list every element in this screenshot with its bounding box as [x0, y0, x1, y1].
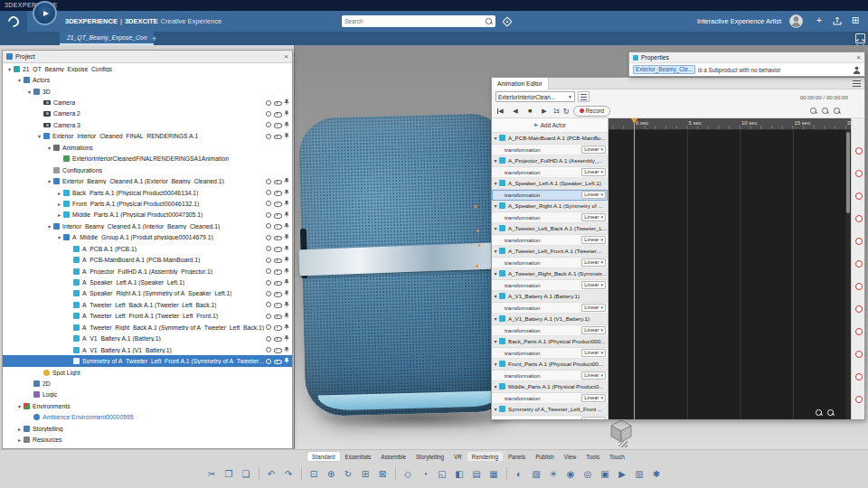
- animation-editor-tab[interactable]: Animation Editor: [492, 78, 549, 89]
- transformation-row[interactable]: transformationLinear▾: [492, 303, 608, 314]
- close-icon[interactable]: ×: [856, 54, 861, 61]
- tree-item[interactable]: Camera: [3, 97, 292, 108]
- timeline[interactable]: 0 sec5 sec10 sec15 sec20 sec: [609, 118, 851, 419]
- pin-icon[interactable]: [284, 347, 289, 353]
- zoom-fit-icon[interactable]: [809, 107, 817, 115]
- tree-item[interactable]: Spot Light: [3, 367, 292, 378]
- visibility-icon[interactable]: [274, 257, 281, 263]
- tree-item[interactable]: 2D: [3, 378, 292, 389]
- update-icon[interactable]: [266, 235, 271, 240]
- update-icon[interactable]: [266, 359, 271, 364]
- expand-arrow[interactable]: ▾: [492, 338, 499, 344]
- visibility-icon[interactable]: [274, 358, 281, 364]
- pin-icon[interactable]: [284, 257, 289, 263]
- update-icon[interactable]: [266, 324, 271, 330]
- update-icon[interactable]: [266, 223, 271, 229]
- pin-icon[interactable]: [284, 223, 289, 230]
- tree-item[interactable]: ▾21_QT_Beamy_Expose_Configs: [3, 63, 292, 74]
- transformation-row[interactable]: transformationLinear▾: [492, 371, 608, 382]
- tree-item[interactable]: ▸Front_Parts A.1 (Physical Product000461…: [3, 198, 292, 209]
- expand-arrow[interactable]: ▾: [15, 403, 24, 409]
- zoom-in-icon[interactable]: [821, 107, 829, 115]
- record-toggle-icon[interactable]: [855, 373, 863, 380]
- step-back-button[interactable]: ◀: [510, 106, 521, 117]
- tab-standard[interactable]: Standard: [307, 452, 340, 461]
- copy-icon[interactable]: ❐: [222, 465, 237, 482]
- update-icon[interactable]: [266, 122, 271, 127]
- expand-arrow[interactable]: ▸: [55, 190, 63, 196]
- material-icon[interactable]: ◐: [512, 465, 527, 482]
- interpolation-select[interactable]: Linear▾: [581, 145, 606, 155]
- clip-select[interactable]: ExteriorInteriorClean... ▼: [495, 91, 575, 102]
- tree-item[interactable]: A_V1_Battery A.1 (V1_Battery.1): [3, 344, 292, 355]
- pin-icon[interactable]: [284, 246, 289, 252]
- actor-row[interactable]: ▾A_V1_Battery A.1 (Battery.1): [492, 291, 608, 303]
- pin-icon[interactable]: [284, 302, 289, 308]
- interpolation-select[interactable]: Linear▾: [581, 349, 606, 358]
- pin-icon[interactable]: [284, 178, 289, 184]
- translate-icon[interactable]: ◇: [401, 465, 416, 482]
- interpolation-select[interactable]: Linear▾: [581, 417, 606, 420]
- expand-arrow[interactable]: ▾: [45, 145, 53, 151]
- visibility-icon[interactable]: [274, 178, 281, 184]
- transformation-row[interactable]: transformationLinear▾: [492, 416, 608, 420]
- transformation-row[interactable]: transformationLinear▾: [492, 348, 608, 360]
- zoom-out-icon[interactable]: [833, 107, 841, 115]
- animation-icon[interactable]: ▶: [615, 465, 630, 482]
- expand-arrow[interactable]: ▸: [15, 436, 24, 443]
- panel-menu-icon[interactable]: [853, 80, 861, 87]
- expand-arrow[interactable]: ▾: [492, 383, 499, 389]
- update-icon[interactable]: [266, 280, 271, 286]
- visibility-icon[interactable]: [274, 201, 281, 207]
- visibility-icon[interactable]: [274, 347, 281, 353]
- tree-item[interactable]: A_PCB-MainBoard A.1 (PCB-MainBoard.1): [3, 254, 292, 265]
- render-icon[interactable]: ▣: [598, 465, 613, 482]
- rotate-icon[interactable]: ◔: [418, 465, 433, 482]
- expand-arrow[interactable]: ▾: [5, 66, 14, 72]
- visibility-icon[interactable]: [274, 324, 281, 331]
- update-icon[interactable]: [266, 302, 271, 307]
- tree-item[interactable]: Camera 2: [3, 108, 292, 119]
- actor-row[interactable]: ▾A_Speaker_Left A.1 (Speaker_Left.1): [492, 178, 608, 190]
- tree-item[interactable]: ▾Exterior_Beamy_Cleaned A.1 (Exterior_Be…: [3, 175, 292, 186]
- avatar[interactable]: [789, 14, 803, 28]
- interpolation-select[interactable]: Linear▾: [581, 326, 606, 335]
- record-toggle-icon[interactable]: [855, 260, 863, 267]
- tree-item[interactable]: Camera 3: [3, 119, 292, 130]
- transformation-row[interactable]: transformationLinear▾: [492, 325, 608, 337]
- expand-arrow[interactable]: ▾: [492, 180, 499, 186]
- actor-row[interactable]: ▾A_Tweeter_Left_Front A.1 (Tweeter...: [492, 246, 608, 258]
- interpolation-select[interactable]: Linear▾: [581, 394, 606, 403]
- transformation-row[interactable]: transformationLinear▾: [492, 258, 608, 269]
- visibility-icon[interactable]: [274, 246, 281, 252]
- pin-icon[interactable]: [284, 279, 289, 286]
- fit-view-icon[interactable]: ⊠: [375, 465, 391, 482]
- expand-arrow[interactable]: ▾: [45, 223, 53, 230]
- zoom-in-icon[interactable]: [815, 408, 823, 417]
- loop-icon[interactable]: ↻: [563, 106, 570, 117]
- update-icon[interactable]: [266, 201, 271, 206]
- visibility-icon[interactable]: [274, 313, 281, 319]
- expand-arrow[interactable]: ▾: [492, 225, 499, 231]
- compass-icon[interactable]: [33, 1, 57, 25]
- tab-panels[interactable]: Panels: [504, 452, 530, 461]
- expand-arrow[interactable]: ▾: [492, 361, 499, 367]
- tree-item[interactable]: Ambience Environment00000595: [3, 412, 292, 423]
- playhead[interactable]: [634, 118, 635, 419]
- actor-row[interactable]: ▾Middle_Parts A.1 (Physical Product0...: [492, 381, 608, 393]
- visibility-icon[interactable]: [274, 279, 281, 286]
- visibility-icon[interactable]: [274, 223, 281, 230]
- timeline-icon[interactable]: ▥: [632, 465, 647, 482]
- expand-arrow[interactable]: ▾: [492, 270, 499, 277]
- tree-item[interactable]: A_Tweeter_Left_Back A.1 (Tweeter_Left_Ba…: [3, 299, 292, 310]
- record-toggle-icon[interactable]: [855, 192, 863, 200]
- visibility-icon[interactable]: [274, 99, 281, 106]
- camera-icon[interactable]: ◉: [563, 465, 579, 482]
- pin-icon[interactable]: [284, 99, 289, 106]
- play-button[interactable]: ▶: [539, 106, 550, 117]
- update-icon[interactable]: [266, 314, 271, 319]
- tree-item[interactable]: ▾Actors: [3, 74, 292, 85]
- transformation-row[interactable]: transformationLinear▾: [492, 235, 608, 247]
- visibility-icon[interactable]: [274, 335, 281, 342]
- transformation-row[interactable]: transformationLinear▾: [492, 190, 608, 202]
